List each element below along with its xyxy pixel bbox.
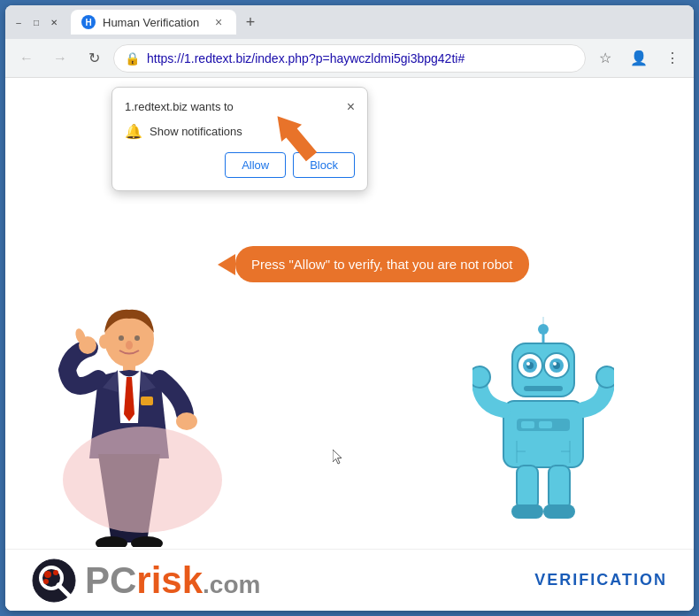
svg-point-7 [126, 341, 133, 350]
forward-button[interactable]: → [46, 44, 74, 73]
svg-point-25 [526, 362, 530, 366]
svg-rect-37 [543, 504, 575, 519]
arrow-overlay [262, 104, 333, 179]
back-button[interactable]: ← [12, 44, 41, 73]
logo-text: PCrisk.com [85, 559, 260, 602]
svg-point-33 [596, 366, 614, 388]
orange-arrow-icon [262, 104, 333, 175]
bell-icon: 🔔 [125, 123, 142, 140]
svg-point-6 [134, 335, 140, 341]
svg-point-47 [43, 579, 49, 584]
svg-point-5 [119, 335, 124, 341]
svg-rect-30 [521, 421, 534, 428]
window-controls: – □ ✕ [12, 16, 60, 28]
bookmark-button[interactable]: ☆ [591, 44, 619, 73]
popup-title: 1.redtext.biz wants to [125, 100, 234, 113]
person-figure [54, 299, 204, 551]
svg-rect-36 [511, 504, 543, 519]
pcrisk-logo-icon [32, 558, 76, 603]
robot-svg [472, 317, 614, 520]
tabs-area: H Human Verification × + [71, 10, 687, 35]
svg-rect-31 [539, 421, 552, 428]
verification-label: VERIFICATION [534, 571, 667, 589]
account-button[interactable]: 👤 [625, 44, 653, 73]
svg-rect-34 [517, 466, 538, 510]
maximize-button[interactable]: □ [30, 16, 42, 28]
menu-button[interactable]: ⋮ [658, 44, 687, 73]
svg-point-17 [538, 324, 549, 335]
svg-rect-27 [524, 386, 563, 391]
svg-rect-35 [549, 466, 570, 510]
svg-point-26 [553, 362, 557, 366]
title-bar: – □ ✕ H Human Verification × + [5, 5, 694, 39]
svg-point-45 [44, 571, 51, 578]
notification-text: Show notifications [150, 125, 242, 138]
svg-rect-14 [141, 397, 153, 405]
svg-point-9 [176, 412, 197, 430]
svg-rect-28 [503, 401, 583, 467]
popup-close-button[interactable]: × [347, 100, 355, 114]
browser-window: – □ ✕ H Human Verification × + ← → ↻ 🔒 h… [5, 5, 694, 611]
tab-favicon: H [81, 15, 96, 29]
speech-bubble: Press "Allow" to verify, that you are no… [235, 246, 529, 282]
robot-figure [472, 317, 614, 524]
active-tab[interactable]: H Human Verification × [71, 10, 236, 35]
new-tab-button[interactable]: + [238, 10, 263, 35]
page-footer: PCrisk.com VERIFICATION [5, 549, 694, 611]
close-button[interactable]: ✕ [48, 16, 60, 28]
refresh-button[interactable]: ↻ [80, 44, 108, 73]
nav-bar: ← → ↻ 🔒 https://1.redtext.biz/index.php?… [5, 39, 694, 78]
tab-close-button[interactable]: × [211, 15, 226, 29]
page-content: 1.redtext.biz wants to × 🔔 Show notifica… [5, 78, 694, 611]
minimize-button[interactable]: – [12, 16, 25, 28]
url-text: https://1.redtext.biz/index.php?p=haywcz… [147, 51, 574, 65]
url-bar[interactable]: 🔒 https://1.redtext.biz/index.php?p=hayw… [113, 44, 586, 73]
svg-point-4 [99, 335, 110, 349]
svg-point-32 [472, 366, 490, 388]
person-bg-circle [63, 427, 222, 533]
lock-icon: 🔒 [125, 51, 140, 65]
tab-title: Human Verification [103, 16, 199, 29]
svg-point-46 [53, 570, 58, 575]
speech-bubble-text: Press "Allow" to verify, that you are no… [251, 257, 513, 272]
logo-area: PCrisk.com [32, 558, 260, 603]
cursor-icon [333, 450, 343, 466]
